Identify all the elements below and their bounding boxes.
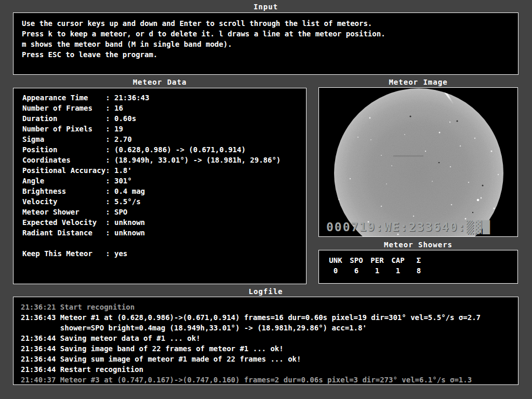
log-line: 21:40:37 Meteor #3 at (0.747,0.167)->(0.… [21,375,518,385]
log-line: 21:36:44 Restart recognition [21,364,518,375]
meteor-data-row: Meteor Shower : SPO [22,207,306,217]
meteor-image-panel: 000719:WE:233640:▒▓█ [318,87,518,237]
meteor-data-row: Position : (0.628,0.986) -> (0.671,0.914… [22,144,306,155]
shower-count-value: 1 [367,265,388,276]
meteor-data-row: Radiant Distance : unknown [22,228,306,238]
shower-count-value: 8 [408,265,429,276]
meteor-data-rows: Appearance Time : 21:36:43Number of Fram… [14,88,306,259]
shower-count-value: 0 [325,265,346,276]
meteor-data-row: Number of Pixels : 19 [22,124,306,134]
meteor-image-panel-title: Meteor Image [318,78,518,86]
meteor-data-panel: Appearance Time : 21:36:43Number of Fram… [13,88,307,284]
instruction-line: Use the cursor keys up and down and Ente… [22,18,518,29]
log-line: 21:36:44 Saving sum image of meteor #1 m… [21,354,518,364]
input-panel-title: Input [13,3,518,10]
video-osd-timestamp: 000719:WE:233640:▒▓█ [326,220,491,234]
logfile-panel-title: Logfile [13,288,518,295]
meteor-data-row: Coordinates : (18.949h, 33.01°) -> (18.9… [22,155,306,165]
meteor-data-row: Expected Velocity : unknown [22,217,306,228]
shower-count-value: 1 [388,265,408,276]
shower-column-header: Σ [408,255,429,265]
meteor-showers-panel-title: Meteor Showers [318,241,518,248]
shower-column-header: UNK [325,255,346,265]
shower-count-value: 6 [346,265,367,276]
meteor-data-row: Sigma : 2.70 [22,134,306,144]
log-line: 21:36:44 Saving meteor data of #1 ... ok… [21,333,518,343]
meteor-data-row: Duration : 0.60s [22,113,306,124]
instruction-line: Press k to keep a meteor, or d to delete… [22,29,518,39]
shower-table-header-row: UNKSPOPERCAPΣ [325,255,517,265]
meteor-data-row: Positional Accuracy: 1.8' [22,165,306,176]
instruction-line: Press ESC to leave the program. [22,49,518,60]
meteor-data-row: Keep This Meteor : yes [22,248,306,259]
log-line: 21:36:44 Saving image band of 22 frames … [21,343,518,354]
logfile-lines: 21:36:21 Start recognition21:36:43 Meteo… [14,297,518,385]
instruction-line: m shows the meteor band (M in single ban… [22,39,518,49]
shower-column-header: CAP [388,255,408,265]
meteor-data-row: Angle : 301° [22,176,306,186]
log-line: 21:36:21 Start recognition [21,302,518,312]
shower-table-count-row: 06118 [325,265,517,276]
input-instructions: Use the cursor keys up and down and Ente… [14,13,518,60]
meteor-data-panel-title: Meteor Data [13,78,307,86]
meteor-data-row: Number of Frames : 16 [22,103,306,113]
meteor-data-row: Velocity : 5.5°/s [22,196,306,207]
log-line: 21:36:43 Meteor #1 at (0.628,0.986)->(0.… [21,312,518,323]
allsky-camera-image [319,88,517,236]
input-panel: Use the cursor keys up and down and Ente… [13,12,518,75]
meteor-data-row [22,238,306,248]
meteor-showers-panel: UNKSPOPERCAPΣ 06118 [318,250,518,284]
shower-counts-table: UNKSPOPERCAPΣ 06118 [319,250,517,276]
application-screen: Input Use the cursor keys up and down an… [0,0,532,399]
meteor-data-row: Appearance Time : 21:36:43 [22,92,306,103]
shower-column-header: PER [367,255,388,265]
logfile-panel: 21:36:21 Start recognition21:36:43 Meteo… [13,297,518,385]
log-line: shower=SPO bright=0.4mag (18.949h,33.01°… [21,323,518,333]
shower-column-header: SPO [346,255,367,265]
meteor-data-row: Brightness : 0.4 mag [22,186,306,196]
